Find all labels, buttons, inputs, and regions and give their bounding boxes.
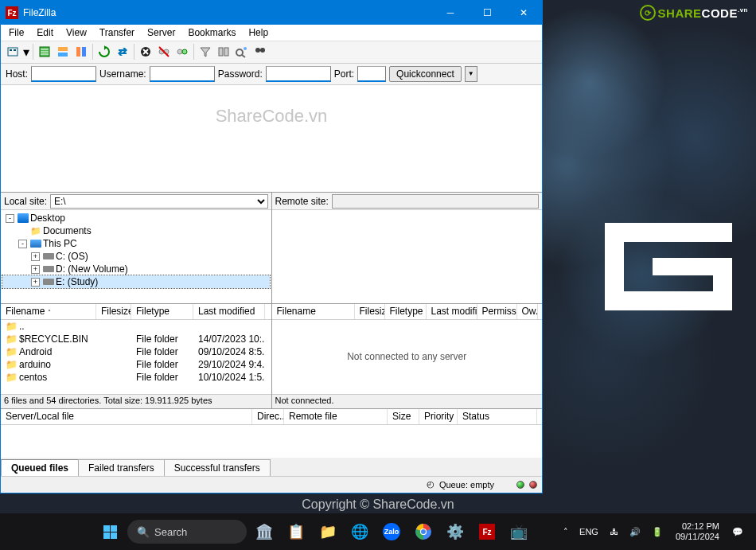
cancel-button[interactable] bbox=[137, 43, 154, 60]
column-header[interactable]: Server/Local file bbox=[1, 409, 252, 424]
column-header[interactable]: Last modifi... bbox=[427, 304, 477, 319]
filter-button[interactable] bbox=[197, 43, 214, 60]
svg-point-16 bbox=[244, 47, 247, 50]
column-header[interactable]: Filename bbox=[272, 304, 355, 319]
minimize-button[interactable]: ─ bbox=[432, 1, 469, 25]
taskbar-search[interactable]: 🔍 Search bbox=[127, 520, 247, 544]
taskbar-explorer[interactable]: 📁 bbox=[314, 517, 342, 546]
column-header[interactable]: Status bbox=[458, 409, 537, 424]
taskbar-filezilla[interactable]: Fz bbox=[473, 517, 501, 546]
remote-tree[interactable] bbox=[272, 210, 543, 304]
remote-file-list[interactable]: Not connected to any server bbox=[272, 320, 543, 394]
tray-notifications[interactable]: 💬 bbox=[727, 524, 748, 540]
disconnect-button[interactable] bbox=[155, 43, 173, 60]
file-row[interactable]: 📁.. bbox=[1, 320, 271, 333]
titlebar[interactable]: Fz FileZilla ─ ☐ ✕ bbox=[1, 1, 542, 25]
menu-file[interactable]: File bbox=[2, 25, 30, 40]
tree-node[interactable]: 📁Documents bbox=[2, 224, 270, 237]
tree-node[interactable]: +D: (New Volume) bbox=[2, 263, 270, 275]
column-header[interactable]: Priority bbox=[419, 409, 458, 424]
tree-expander[interactable]: - bbox=[18, 240, 27, 248]
site-manager-dropdown[interactable]: ▾ bbox=[22, 43, 30, 60]
process-queue-button[interactable] bbox=[114, 43, 131, 60]
site-manager-button[interactable] bbox=[4, 43, 21, 60]
queue-header: Server/Local fileDirec...Remote fileSize… bbox=[1, 409, 542, 425]
toggle-log-button[interactable] bbox=[36, 43, 53, 60]
username-label: Username: bbox=[99, 68, 146, 80]
taskbar-chrome[interactable] bbox=[409, 517, 438, 546]
tree-label: D: (New Volume) bbox=[56, 263, 128, 275]
menu-server[interactable]: Server bbox=[141, 25, 181, 40]
port-input[interactable] bbox=[357, 66, 386, 82]
column-header[interactable]: Remote file bbox=[284, 409, 388, 424]
column-header[interactable]: Direc... bbox=[252, 409, 284, 424]
search-button[interactable] bbox=[251, 43, 269, 60]
file-row[interactable]: 📁centosFile folder10/10/2024 1:5... bbox=[1, 371, 271, 384]
remote-site-label: Remote site: bbox=[275, 196, 329, 207]
tray-chevron[interactable]: ˄ bbox=[559, 524, 573, 540]
local-site-path[interactable]: E:\ bbox=[50, 194, 267, 209]
tree-expander[interactable]: + bbox=[31, 278, 40, 287]
file-cell: 09/10/2024 8:5... bbox=[193, 346, 265, 357]
column-header[interactable]: Last modified bbox=[193, 304, 265, 319]
column-header[interactable]: Permissi... bbox=[477, 304, 517, 319]
tree-node[interactable]: -This PC bbox=[2, 237, 270, 250]
message-log[interactable]: ShareCode.vn bbox=[1, 85, 542, 193]
local-file-list[interactable]: 📁..📁$RECYCLE.BINFile folder14/07/2023 10… bbox=[1, 320, 271, 394]
taskbar-app-4[interactable]: 📺 bbox=[505, 517, 533, 546]
toggle-tree-button[interactable] bbox=[54, 43, 72, 60]
queue-body[interactable] bbox=[1, 425, 542, 458]
column-header[interactable]: Filename ˄ bbox=[1, 304, 96, 319]
file-row[interactable]: 📁$RECYCLE.BINFile folder14/07/2023 10:..… bbox=[1, 333, 271, 345]
tree-expander[interactable]: + bbox=[31, 265, 40, 274]
taskbar-app-edge[interactable]: 🌐 bbox=[345, 517, 374, 546]
reconnect-button[interactable] bbox=[173, 43, 191, 60]
column-header[interactable]: Filesize bbox=[96, 304, 131, 319]
quickconnect-button[interactable]: Quickconnect bbox=[389, 66, 462, 82]
tree-node[interactable]: +C: (OS) bbox=[2, 250, 270, 263]
taskbar-app-1[interactable]: 🏛️ bbox=[250, 517, 279, 546]
tray-volume-icon[interactable]: 🔊 bbox=[625, 524, 645, 540]
tree-expander[interactable]: + bbox=[31, 252, 40, 261]
menu-edit[interactable]: Edit bbox=[30, 25, 60, 40]
column-header[interactable]: Filetype bbox=[131, 304, 193, 319]
compare-button[interactable] bbox=[215, 43, 232, 60]
svg-rect-1 bbox=[10, 49, 12, 51]
taskbar-app-2[interactable]: 📋 bbox=[282, 517, 310, 546]
menu-help[interactable]: Help bbox=[242, 25, 275, 40]
username-input[interactable] bbox=[150, 66, 215, 82]
column-header[interactable]: Size bbox=[388, 409, 419, 424]
tray-clock[interactable]: 02:12 PM 09/11/2024 bbox=[669, 520, 726, 544]
tray-language[interactable]: ENG bbox=[575, 524, 603, 540]
refresh-button[interactable] bbox=[95, 43, 113, 60]
menu-bookmarks[interactable]: Bookmarks bbox=[181, 25, 242, 40]
host-input[interactable] bbox=[31, 66, 96, 82]
column-header[interactable]: Filesize bbox=[355, 304, 385, 319]
menu-transfer[interactable]: Transfer bbox=[93, 25, 141, 40]
menu-view[interactable]: View bbox=[60, 25, 93, 40]
file-row[interactable]: 📁arduinoFile folder29/10/2024 9:4... bbox=[1, 358, 271, 371]
tree-node[interactable]: -Desktop bbox=[2, 212, 270, 224]
tree-node[interactable]: +E: (Study) bbox=[2, 275, 270, 288]
queue-tab[interactable]: Queued files bbox=[1, 459, 79, 476]
taskbar-zalo[interactable]: Zalo bbox=[377, 517, 406, 546]
password-input[interactable] bbox=[266, 66, 331, 82]
local-tree[interactable]: -Desktop📁Documents-This PC+C: (OS)+D: (N… bbox=[1, 210, 271, 304]
tray-network-icon[interactable]: 🖧 bbox=[605, 524, 623, 540]
tree-expander[interactable]: - bbox=[6, 214, 14, 223]
tray-battery-icon[interactable]: 🔋 bbox=[647, 524, 668, 540]
svg-rect-0 bbox=[8, 48, 18, 56]
queue-tab[interactable]: Failed transfers bbox=[78, 459, 165, 476]
queue-tabs: Queued filesFailed transfersSuccessful t… bbox=[1, 458, 542, 476]
close-button[interactable]: ✕ bbox=[505, 1, 542, 25]
column-header[interactable]: Ow... bbox=[517, 304, 538, 319]
toggle-queue-button[interactable] bbox=[72, 43, 90, 60]
queue-tab[interactable]: Successful transfers bbox=[164, 459, 271, 476]
sync-browse-button[interactable] bbox=[233, 43, 251, 60]
file-row[interactable]: 📁AndroidFile folder09/10/2024 8:5... bbox=[1, 345, 271, 358]
column-header[interactable]: Filetype bbox=[385, 304, 427, 319]
maximize-button[interactable]: ☐ bbox=[469, 1, 505, 25]
start-button[interactable] bbox=[95, 517, 124, 546]
quickconnect-dropdown[interactable]: ▼ bbox=[465, 66, 477, 82]
taskbar-app-3[interactable]: ⚙️ bbox=[441, 517, 470, 546]
